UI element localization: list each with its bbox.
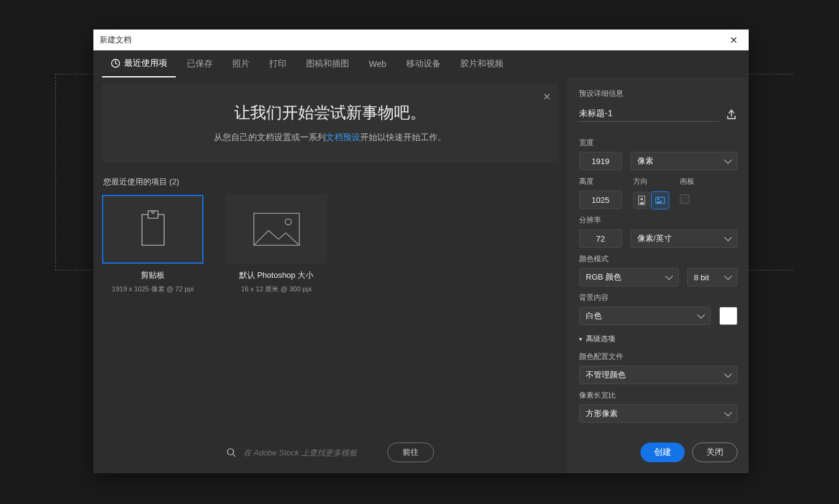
- svg-point-11: [658, 199, 660, 200]
- color-profile-select[interactable]: 不管理颜色: [579, 366, 738, 384]
- hero-subtitle: 从您自己的文档设置或一系列文档预设开始以快速开始工作。: [114, 132, 546, 143]
- color-profile-label: 颜色配置文件: [579, 352, 738, 362]
- hero-title: 让我们开始尝试新事物吧。: [114, 102, 546, 124]
- preset-detail: 1919 x 1025 像素 @ 72 ppi: [102, 285, 203, 294]
- preset-item-clipboard[interactable]: 剪贴板 1919 x 1025 像素 @ 72 ppi: [102, 195, 203, 433]
- tab-mobile[interactable]: 移动设备: [398, 51, 449, 77]
- tab-label: 移动设备: [406, 58, 441, 69]
- stock-search-input[interactable]: [243, 448, 379, 457]
- tab-saved[interactable]: 已保存: [178, 51, 221, 77]
- tab-label: 打印: [269, 58, 286, 69]
- stock-search-bar: 前往: [102, 433, 558, 467]
- artboard-label: 画板: [680, 176, 695, 187]
- orientation-label: 方向: [633, 176, 669, 187]
- svg-line-7: [233, 454, 235, 457]
- height-input[interactable]: [579, 191, 622, 209]
- svg-rect-1: [142, 215, 164, 245]
- preset-item-default-size[interactable]: 默认 Photoshop 大小 16 x 12 厘米 @ 300 ppi: [226, 195, 327, 433]
- clock-icon: [111, 58, 120, 68]
- save-preset-icon[interactable]: [725, 108, 738, 120]
- recent-section-label: 您最近使用的项目 (2): [103, 176, 558, 187]
- hero-close-icon[interactable]: ✕: [543, 91, 551, 103]
- details-heading: 预设详细信息: [579, 89, 738, 99]
- background-label: 背景内容: [579, 293, 738, 303]
- tab-web[interactable]: Web: [360, 52, 395, 76]
- tab-print[interactable]: 打印: [261, 51, 295, 77]
- preset-grid: 剪贴板 1919 x 1025 像素 @ 72 ppi 默认 Photoshop…: [102, 195, 558, 433]
- tab-art[interactable]: 图稿和插图: [297, 51, 358, 77]
- resolution-unit-select[interactable]: 像素/英寸: [631, 229, 738, 248]
- clipboard-icon: [138, 210, 168, 249]
- hero-banner: ✕ 让我们开始尝试新事物吧。 从您自己的文档设置或一系列文档预设开始以快速开始工…: [102, 84, 558, 163]
- tab-label: 图稿和插图: [306, 58, 349, 69]
- color-mode-select[interactable]: RGB 颜色: [579, 268, 679, 286]
- tab-film[interactable]: 胶片和视频: [452, 51, 512, 77]
- tab-label: 已保存: [187, 58, 213, 69]
- new-document-dialog: 新建文档 ✕ 最近使用项 已保存 照片 打印 图稿和插图 Web 移动设备 胶片…: [93, 30, 749, 473]
- tab-label: 胶片和视频: [460, 58, 503, 69]
- create-button[interactable]: 创建: [640, 443, 685, 462]
- stock-go-button[interactable]: 前往: [387, 443, 434, 462]
- width-unit-select[interactable]: 像素: [631, 152, 738, 170]
- bit-depth-select[interactable]: 8 bit: [687, 268, 738, 286]
- height-label: 高度: [579, 176, 622, 187]
- preset-detail: 16 x 12 厘米 @ 300 ppi: [226, 285, 327, 294]
- tab-recent[interactable]: 最近使用项: [102, 50, 176, 77]
- resolution-input[interactable]: [579, 229, 622, 248]
- svg-point-9: [640, 198, 643, 200]
- dialog-titlebar: 新建文档 ✕: [93, 30, 749, 50]
- advanced-toggle[interactable]: ▾ 高级选项: [579, 334, 738, 344]
- preset-browser: ✕ 让我们开始尝试新事物吧。 从您自己的文档设置或一系列文档预设开始以快速开始工…: [93, 77, 567, 473]
- width-label: 宽度: [579, 138, 738, 148]
- svg-rect-2: [148, 211, 158, 218]
- tab-photo[interactable]: 照片: [224, 51, 258, 77]
- tab-label: Web: [369, 59, 387, 69]
- background-color-swatch[interactable]: [719, 307, 738, 325]
- chevron-down-icon: ▾: [579, 336, 582, 342]
- svg-point-6: [227, 449, 234, 455]
- preset-name: 默认 Photoshop 大小: [226, 270, 327, 281]
- svg-rect-4: [254, 213, 299, 245]
- pixel-ratio-select[interactable]: 方形像素: [579, 404, 738, 423]
- color-mode-label: 颜色模式: [579, 254, 738, 264]
- preset-details-panel: 预设详细信息 宽度 像素 高度 方向: [567, 77, 749, 473]
- document-name-input[interactable]: [579, 106, 719, 122]
- dialog-close-icon[interactable]: ✕: [725, 33, 742, 47]
- preset-name: 剪贴板: [102, 270, 203, 281]
- preset-link[interactable]: 文档预设: [326, 132, 360, 142]
- preset-thumb: [102, 195, 203, 264]
- tab-label: 照片: [232, 58, 250, 69]
- artboard-checkbox[interactable]: [680, 194, 690, 204]
- orientation-portrait-button[interactable]: [633, 192, 650, 209]
- tab-label: 最近使用项: [124, 58, 167, 69]
- orientation-landscape-button[interactable]: [652, 192, 669, 209]
- preset-thumb: [226, 195, 327, 264]
- search-icon: [226, 447, 236, 457]
- background-select[interactable]: 白色: [579, 307, 711, 325]
- resolution-label: 分辨率: [579, 215, 738, 226]
- close-button[interactable]: 关闭: [692, 443, 738, 462]
- pixel-ratio-label: 像素长宽比: [579, 390, 738, 401]
- dialog-title: 新建文档: [100, 34, 132, 45]
- preset-tabs: 最近使用项 已保存 照片 打印 图稿和插图 Web 移动设备 胶片和视频: [93, 50, 749, 77]
- svg-point-5: [285, 219, 291, 225]
- width-input[interactable]: [579, 152, 622, 170]
- dialog-footer: 创建 关闭: [579, 443, 738, 462]
- image-icon: [253, 212, 301, 246]
